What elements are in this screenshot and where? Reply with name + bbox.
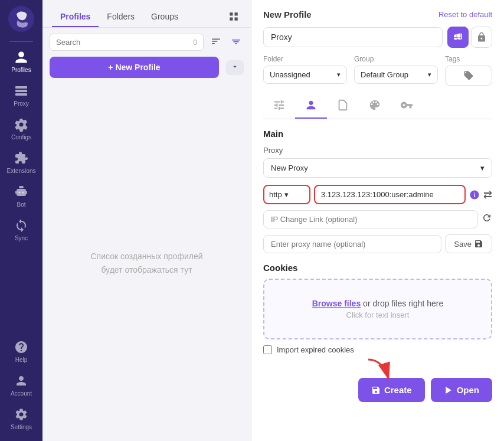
import-expired-label: Import expired cookies [277, 345, 354, 354]
sidebar-item-proxy-label: Proxy [14, 100, 29, 107]
search-input-wrap[interactable]: 0 [50, 34, 204, 51]
sidebar-item-account-label: Account [11, 390, 32, 397]
sidebar-item-extensions[interactable]: Extensions [0, 145, 42, 179]
left-panel: Profiles Folders Groups 0 + New Profile … [42, 0, 251, 441]
new-profile-title: New Profile [263, 9, 312, 19]
import-expired-row: Import expired cookies [263, 345, 492, 354]
right-header: New Profile Reset to default [263, 9, 492, 19]
arrow-indicator [362, 357, 398, 388]
ip-change-row [263, 210, 492, 228]
search-row: 0 [42, 28, 251, 57]
group-value: Default Group [361, 70, 408, 79]
group-select[interactable]: Default Group ▾ [354, 66, 438, 84]
proxy-dropdown[interactable]: New Proxy ▾ [263, 158, 492, 178]
sidebar-item-bot-label: Bot [17, 201, 25, 208]
search-count: 0 [193, 38, 197, 47]
save-button[interactable]: Save [445, 234, 492, 253]
svg-rect-5 [17, 189, 26, 196]
import-expired-checkbox[interactable] [263, 345, 272, 354]
sidebar-item-help[interactable]: Help [0, 334, 42, 368]
proxy-name-input[interactable] [263, 235, 441, 253]
svg-rect-4 [19, 186, 24, 188]
new-profile-button[interactable]: + New Profile [50, 57, 219, 78]
sidebar-item-bot[interactable]: Bot [0, 179, 42, 213]
tab-icon-document[interactable] [327, 93, 359, 119]
proxy-dropdown-value: New Proxy [271, 164, 308, 172]
sidebar-item-settings[interactable]: Settings [0, 401, 42, 435]
profile-btn-row: + New Profile [50, 57, 244, 78]
profile-name-input[interactable] [263, 27, 443, 47]
sidebar-item-help-label: Help [15, 357, 28, 363]
svg-point-7 [22, 192, 24, 194]
group-label: Group [354, 55, 438, 63]
tab-groups[interactable]: Groups [143, 7, 186, 27]
protocol-value: http [269, 190, 282, 199]
svg-rect-10 [230, 17, 233, 20]
sidebar-item-sync-label: Sync [15, 235, 28, 241]
profile-name-row [263, 27, 492, 48]
proxy-dropdown-chevron-icon: ▾ [480, 164, 485, 172]
tags-button[interactable] [445, 66, 492, 86]
folder-chevron-icon: ▾ [337, 71, 341, 79]
proxy-name-row: Save [263, 234, 492, 253]
folder-group-row: Folder Unassigned ▾ Group Default Group … [263, 55, 492, 86]
tab-icon-user[interactable] [295, 93, 327, 119]
empty-state-text: Список созданных профилей будет отобража… [90, 250, 202, 276]
tab-icon-settings[interactable] [263, 93, 295, 119]
svg-rect-3 [15, 93, 27, 96]
protocol-chevron-icon: ▾ [284, 190, 289, 199]
reset-to-default-link[interactable]: Reset to default [438, 10, 492, 19]
proxy-address-input[interactable] [314, 185, 466, 204]
layout-toggle-button[interactable] [226, 9, 241, 26]
cookies-title: Cookies [263, 263, 492, 273]
sort-button[interactable] [208, 34, 224, 51]
cookies-dropzone-text: Browse files or drop files right here [276, 299, 479, 308]
tags-label: Tags [445, 55, 492, 63]
logo[interactable] [8, 6, 34, 34]
sidebar: Profiles Proxy Configs Extensions Bot Sy… [0, 0, 42, 441]
svg-rect-9 [235, 12, 238, 15]
folder-select[interactable]: Unassigned ▾ [263, 66, 347, 84]
svg-rect-1 [15, 86, 27, 89]
sidebar-item-configs-label: Configs [11, 134, 31, 141]
proxy-form-label: Proxy [263, 146, 492, 155]
open-button[interactable]: Open [431, 378, 492, 402]
protocol-select[interactable]: http ▾ [263, 185, 310, 204]
proxy-info-button[interactable] [469, 190, 480, 200]
search-input[interactable] [56, 38, 193, 47]
sidebar-item-extensions-label: Extensions [7, 168, 36, 174]
folder-label: Folder [263, 55, 347, 63]
os-icons [447, 27, 492, 48]
sidebar-item-sync[interactable]: Sync [0, 213, 42, 246]
new-profile-menu-button[interactable] [226, 60, 244, 75]
svg-rect-2 [15, 90, 27, 92]
cookies-dropzone[interactable]: Browse files or drop files right here Cl… [263, 279, 492, 339]
group-item: Group Default Group ▾ [354, 55, 438, 86]
swap-button[interactable]: ⇄ [483, 188, 492, 201]
os-lock-button[interactable] [471, 27, 492, 48]
os-windows-button[interactable] [447, 27, 469, 48]
profile-tabs-icons [263, 93, 492, 119]
browse-files-link[interactable]: Browse files [312, 299, 361, 308]
tab-profiles[interactable]: Profiles [52, 7, 99, 27]
refresh-button[interactable] [482, 213, 492, 226]
cookies-click-text[interactable]: Click for text insert [276, 311, 479, 319]
filter-button[interactable] [228, 34, 244, 51]
tab-icon-key[interactable] [391, 93, 423, 119]
sidebar-item-profiles[interactable]: Profiles [0, 44, 42, 78]
open-label: Open [457, 385, 479, 395]
empty-state: Список созданных профилей будет отобража… [42, 85, 251, 441]
right-panel: New Profile Reset to default Folder Unas… [251, 0, 504, 441]
group-chevron-icon: ▾ [428, 71, 431, 79]
svg-rect-8 [230, 12, 233, 15]
sidebar-item-account[interactable]: Account [0, 368, 42, 401]
ip-change-input[interactable] [263, 210, 478, 228]
sidebar-item-configs[interactable]: Configs [0, 112, 42, 145]
svg-rect-11 [235, 17, 238, 20]
sidebar-item-proxy[interactable]: Proxy [0, 78, 42, 112]
main-section-title: Main [263, 129, 492, 139]
tab-folders[interactable]: Folders [99, 7, 143, 27]
proxy-select-row: New Proxy ▾ [263, 158, 492, 178]
tab-icon-palette[interactable] [359, 93, 391, 119]
proxy-input-row: http ▾ ⇄ [263, 185, 492, 204]
